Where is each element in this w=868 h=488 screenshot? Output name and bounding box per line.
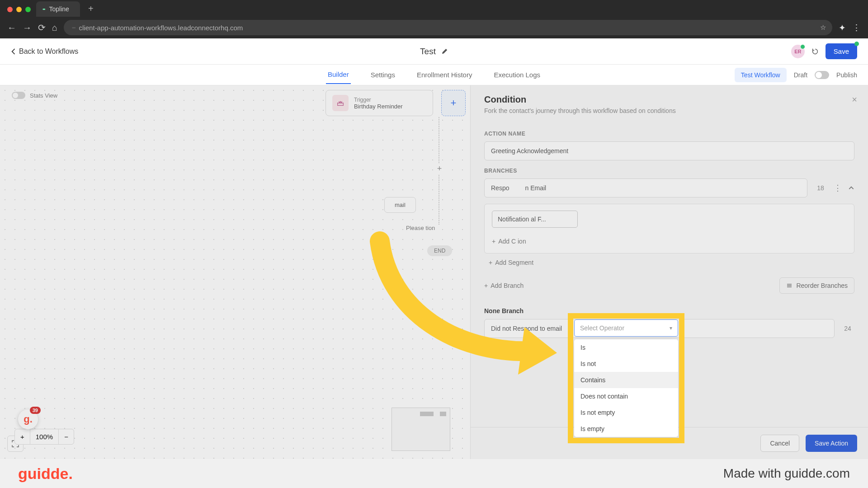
operator-option-contains[interactable]: Contains xyxy=(574,372,678,388)
panel-header: Condition Fork the contact's journey thr… xyxy=(471,85,868,121)
operator-option-does-not-contain[interactable]: Does not contain xyxy=(574,388,678,404)
publish-label: Publish xyxy=(836,71,857,79)
add-condition-link[interactable]: + Add C ion xyxy=(492,238,526,245)
panel-title: Condition xyxy=(484,94,854,105)
minimize-window-icon[interactable] xyxy=(16,7,22,12)
browser-menu-icon[interactable]: ⋮ xyxy=(852,23,861,33)
stats-view-control: Stats View xyxy=(12,92,57,99)
address-bar[interactable]: ••• client-app-automation-workflows.lead… xyxy=(64,20,832,35)
site-info-icon: ••• xyxy=(72,25,75,30)
reorder-icon xyxy=(786,282,793,289)
operator-option-is-not-empty[interactable]: Is not empty xyxy=(574,404,678,421)
trigger-row: Trigger Birthday Reminder + xyxy=(326,90,466,116)
tab-execution-logs[interactable]: Execution Logs xyxy=(492,66,542,84)
end-node: END xyxy=(427,245,452,256)
back-to-workflows-link[interactable]: Back to Workflows xyxy=(11,47,78,56)
workflow-title: Test xyxy=(420,47,436,56)
operator-select[interactable]: Select Operator ▾ xyxy=(574,319,678,337)
header-actions: ER Save xyxy=(791,43,857,59)
close-panel-button[interactable]: × xyxy=(852,94,857,105)
stats-view-toggle[interactable] xyxy=(12,92,25,99)
none-branch-heading: None Branch xyxy=(484,307,854,314)
panel-subtitle: Fork the contact's journey through this … xyxy=(484,107,854,114)
back-icon[interactable]: ← xyxy=(7,23,16,33)
browser-tab[interactable]: ••• Topline xyxy=(36,1,80,17)
reorder-branches-button[interactable]: Reorder Branches xyxy=(779,277,854,294)
trigger-name: Birthday Reminder xyxy=(354,103,403,110)
add-step-button[interactable]: + xyxy=(434,163,445,174)
guidde-logo: guidde. xyxy=(18,465,73,483)
app-header: Back to Workflows Test ER Save xyxy=(0,38,868,65)
zoom-out-button[interactable]: − xyxy=(59,429,74,444)
branch-header-row: 18 ⋮ xyxy=(484,178,854,197)
tabs-right-controls: Test Workflow Draft Publish xyxy=(735,68,857,82)
zoom-in-button[interactable]: + xyxy=(15,429,30,444)
zoom-level: 100% xyxy=(30,429,59,444)
maximize-window-icon[interactable] xyxy=(25,7,31,12)
stats-view-label: Stats View xyxy=(30,92,57,99)
extensions-icon[interactable]: ✦ xyxy=(839,23,846,33)
plus-icon: + xyxy=(492,238,495,245)
trigger-text: Trigger Birthday Reminder xyxy=(354,97,403,110)
plus-icon: + xyxy=(484,282,488,289)
window-controls xyxy=(7,7,31,12)
action-name-heading: ACTION NAME xyxy=(484,131,854,137)
condition-field-select[interactable]: Notification al F... xyxy=(492,211,578,228)
zoom-controls: + 100% − xyxy=(14,429,74,445)
email-node[interactable]: mail xyxy=(384,197,416,213)
branch-hint-label: Please tion xyxy=(406,225,435,231)
close-window-icon[interactable] xyxy=(7,7,13,12)
operator-dropdown-list: Is Is not Contains Does not contain Is n… xyxy=(574,339,678,437)
collapse-branch-icon[interactable] xyxy=(848,185,854,191)
user-avatar[interactable]: ER xyxy=(791,45,805,58)
tab-favicon-icon: ••• xyxy=(42,7,45,12)
history-icon[interactable] xyxy=(811,47,819,56)
workflow-title-block: Test xyxy=(420,47,448,56)
tab-enrollment-history[interactable]: Enrollment History xyxy=(415,66,474,84)
trigger-heading: Trigger xyxy=(354,97,403,103)
workflow-canvas[interactable]: Stats View Trigger Birthday Reminder + +… xyxy=(0,85,868,459)
none-branch-count: 24 xyxy=(841,325,854,332)
branch-count: 18 xyxy=(814,184,827,192)
bookmark-icon[interactable]: ☆ xyxy=(820,23,826,32)
action-name-input[interactable] xyxy=(484,141,854,160)
operator-placeholder: Select Operator xyxy=(580,324,624,332)
operator-option-is[interactable]: Is xyxy=(574,339,678,356)
branch-name-input[interactable] xyxy=(484,178,807,197)
add-trigger-button[interactable]: + xyxy=(441,90,466,116)
cancel-button[interactable]: Cancel xyxy=(760,435,799,452)
save-button[interactable]: Save xyxy=(826,43,857,59)
forward-icon[interactable]: → xyxy=(23,23,32,33)
cake-icon xyxy=(332,95,349,111)
trigger-card[interactable]: Trigger Birthday Reminder xyxy=(326,90,433,116)
made-with-label: Made with guidde.com xyxy=(723,466,850,481)
branch-menu-button[interactable]: ⋮ xyxy=(834,183,842,193)
draft-label: Draft xyxy=(794,71,807,79)
branch-footer: + Add Branch Reorder Branches xyxy=(484,277,854,294)
home-icon[interactable]: ⌂ xyxy=(52,23,57,33)
app-root: Back to Workflows Test ER Save Builder S… xyxy=(0,38,868,459)
publish-toggle[interactable] xyxy=(815,71,829,79)
chevron-down-icon: ▾ xyxy=(670,325,672,331)
minimap[interactable] xyxy=(392,408,450,451)
guidde-footer: guidde. Made with guidde.com xyxy=(0,459,868,488)
test-workflow-button[interactable]: Test Workflow xyxy=(735,68,787,82)
operator-option-is-empty[interactable]: Is empty xyxy=(574,421,678,437)
reload-icon[interactable]: ⟳ xyxy=(38,22,46,33)
tab-builder[interactable]: Builder xyxy=(326,66,351,84)
branches-heading: BRANCHES xyxy=(484,168,854,174)
new-tab-button[interactable]: + xyxy=(88,4,94,14)
tab-title: Topline xyxy=(49,5,69,13)
back-label: Back to Workflows xyxy=(19,47,78,56)
operator-dropdown-highlight: Select Operator ▾ Is Is not Contains Doe… xyxy=(574,319,678,437)
add-segment-link[interactable]: + Add Segment xyxy=(489,259,533,266)
operator-option-is-not[interactable]: Is not xyxy=(574,356,678,372)
guidde-extension-badge[interactable]: g. xyxy=(18,409,38,429)
browser-tab-strip: ••• Topline + xyxy=(0,0,868,17)
edit-title-icon[interactable] xyxy=(441,48,448,55)
url-text: client-app-automation-workflows.leadconn… xyxy=(79,24,243,32)
add-branch-link[interactable]: + Add Branch xyxy=(484,282,524,289)
save-action-button[interactable]: Save Action xyxy=(806,435,857,452)
tab-settings[interactable]: Settings xyxy=(369,66,397,84)
browser-toolbar: ← → ⟳ ⌂ ••• client-app-automation-workfl… xyxy=(0,17,868,38)
